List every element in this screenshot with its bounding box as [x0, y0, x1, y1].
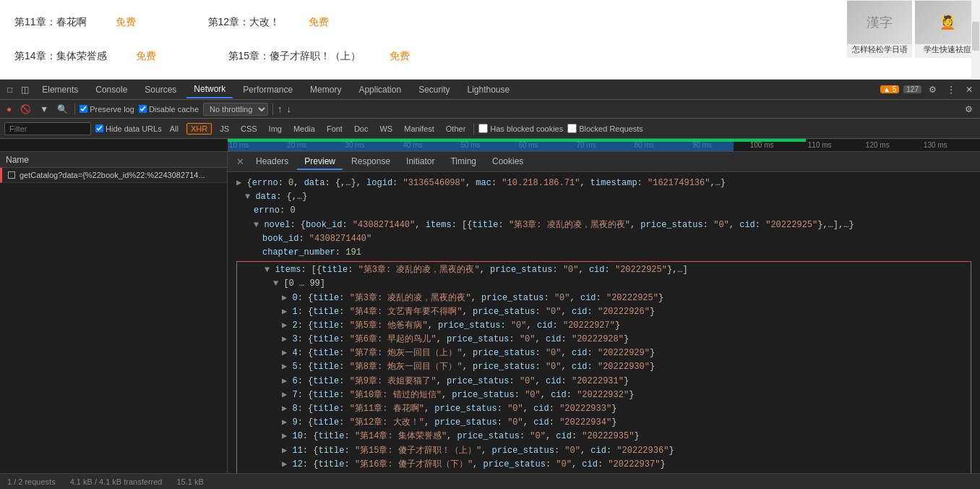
tab-sources[interactable]: Sources — [137, 82, 184, 98]
tab-security[interactable]: Security — [411, 82, 457, 98]
divider-2 — [272, 103, 273, 115]
arrow-6[interactable]: ▶ — [282, 376, 287, 386]
timeline-bar: 10 ms 20 ms 30 ms 40 ms 50 ms 60 ms 70 m… — [0, 139, 980, 152]
response-preview[interactable]: ▶ {errno: 0, data: {,…}, logid: "3136546… — [228, 172, 980, 473]
network-settings-icon[interactable]: ⚙ — [962, 103, 976, 116]
chapter-12-free: 免费 — [309, 16, 329, 29]
filter-input[interactable] — [4, 122, 91, 135]
arrow-8[interactable]: ▶ — [282, 404, 287, 414]
arrow-range[interactable]: ▼ — [273, 278, 278, 289]
arrow-items[interactable]: ▼ — [265, 265, 270, 275]
json-entry-8: ▶ 8: {title: "第11章: 春花啊", price_status: … — [238, 402, 969, 416]
blocked-requests-label[interactable]: Blocked Requests — [567, 124, 643, 133]
right-tab-preview[interactable]: Preview — [297, 154, 343, 170]
filter-icon-button[interactable]: ▼ — [38, 103, 51, 115]
mark-110ms: 110 ms — [807, 141, 864, 149]
arrow-12[interactable]: ▶ — [282, 459, 287, 469]
tab-lighthouse[interactable]: Lighthouse — [460, 82, 517, 98]
inspect-icon[interactable]: □ — [4, 83, 15, 96]
throttle-select[interactable]: No throttling — [203, 103, 268, 116]
preserve-log-text: Preserve log — [90, 105, 134, 114]
has-blocked-cookies-label[interactable]: Has blocked cookies — [478, 124, 563, 133]
filter-ws-btn[interactable]: WS — [376, 124, 396, 134]
filter-xhr-btn[interactable]: XHR — [186, 123, 212, 135]
arrow-4[interactable]: ▶ — [282, 348, 287, 358]
json-line-range: ▼ [0 … 99] — [238, 277, 969, 291]
arrow-0[interactable]: ▶ — [282, 293, 287, 303]
json-line-errno: errno: 0 — [236, 204, 971, 218]
more-icon[interactable]: ⋮ — [944, 83, 958, 96]
hide-data-urls-checkbox[interactable] — [95, 124, 103, 132]
filter-media-btn[interactable]: Media — [290, 124, 319, 134]
json-line-root: ▶ {errno: 0, data: {,…}, logid: "3136546… — [236, 177, 971, 190]
mark-100ms: 100 ms — [749, 141, 807, 149]
device-icon[interactable]: ◫ — [18, 83, 32, 96]
filter-manifest-btn[interactable]: Manifest — [400, 124, 438, 134]
disable-cache-checkbox[interactable] — [139, 105, 147, 113]
arrow-novel[interactable]: ▼ — [254, 220, 259, 230]
close-devtools-icon[interactable]: ✕ — [963, 83, 976, 96]
page-scrollbar[interactable] — [971, 0, 980, 80]
blocked-requests-text: Blocked Requests — [579, 124, 643, 133]
settings-icon[interactable]: ⚙ — [926, 83, 940, 96]
json-entry-1: ▶ 1: {title: "第4章: 文艺青年要不得啊", price_stat… — [238, 305, 969, 319]
tab-performance[interactable]: Performance — [236, 82, 300, 98]
json-line-book-id: book_id: "4308271440" — [236, 232, 971, 246]
chapter-11-title: 第11章：春花啊 — [14, 16, 87, 29]
right-panel: ✕ Headers Preview Response Initiator Tim… — [228, 152, 980, 473]
tab-elements[interactable]: Elements — [35, 82, 85, 98]
tab-network[interactable]: Network — [186, 81, 233, 98]
right-tab-initiator[interactable]: Initiator — [399, 154, 442, 170]
filter-font-btn[interactable]: Font — [323, 124, 346, 134]
json-entry-9: ▶ 9: {title: "第12章: 大改！", price_status: … — [238, 416, 969, 430]
disable-cache-label[interactable]: Disable cache — [139, 105, 199, 114]
tab-console[interactable]: Console — [88, 82, 134, 98]
side-image-2-label: 学生快速祛痘 — [924, 44, 971, 55]
filter-js-btn[interactable]: JS — [216, 124, 233, 134]
tab-application[interactable]: Application — [351, 82, 408, 98]
right-tab-timing[interactable]: Timing — [443, 154, 483, 170]
right-tab-cookies[interactable]: Cookies — [485, 154, 530, 170]
filter-img-btn[interactable]: Img — [265, 124, 285, 134]
arrow-7[interactable]: ▶ — [282, 390, 287, 400]
arrow-5[interactable]: ▶ — [282, 362, 287, 372]
request-item-0[interactable]: getCatalog?data={%22book_id%22:%22430827… — [0, 168, 227, 183]
preserve-log-checkbox[interactable] — [79, 105, 87, 113]
blocked-requests-checkbox[interactable] — [567, 124, 577, 133]
filter-doc-btn[interactable]: Doc — [351, 124, 372, 134]
right-tab-headers[interactable]: Headers — [249, 154, 296, 170]
tab-memory[interactable]: Memory — [303, 82, 348, 98]
has-blocked-cookies-checkbox[interactable] — [478, 124, 488, 133]
arrow-10[interactable]: ▶ — [282, 431, 287, 441]
record-button[interactable]: ● — [4, 103, 14, 115]
arrow-data[interactable]: ▼ — [245, 192, 250, 202]
devtools-right-controls: ▲ 5 127 ⚙ ⋮ ✕ — [880, 83, 976, 96]
preserve-log-label[interactable]: Preserve log — [79, 105, 134, 114]
filter-all-btn[interactable]: All — [166, 124, 182, 134]
right-tab-response[interactable]: Response — [344, 154, 397, 170]
chapter-14-title: 第14章：集体荣誉感 — [14, 50, 107, 63]
side-image-1-thumb: 漢字 — [847, 1, 912, 44]
arrow-2[interactable]: ▶ — [282, 320, 287, 331]
main-panels: Name getCatalog?data={%22book_id%22:%224… — [0, 152, 980, 473]
search-button[interactable]: 🔍 — [55, 103, 70, 115]
timeline-blue — [228, 142, 734, 152]
hide-data-urls-label[interactable]: Hide data URLs — [95, 124, 162, 133]
json-entry-3: ▶ 3: {title: "第6章: 早起的鸟儿", price_status:… — [238, 333, 969, 346]
json-line-novel: ▼ novel: {book_id: "4308271440", items: … — [236, 218, 971, 232]
chapter-15-title: 第15章：傻子才辞职！（上） — [228, 50, 361, 63]
filter-css-btn[interactable]: CSS — [237, 124, 261, 134]
arrow-9[interactable]: ▶ — [282, 417, 287, 428]
filter-divider — [473, 123, 474, 135]
panel-close-icon[interactable]: ✕ — [233, 156, 247, 167]
arrow-1[interactable]: ▶ — [282, 307, 287, 317]
json-entry-2: ▶ 2: {title: "第5章: 他爸有病", price_status: … — [238, 319, 969, 333]
arrow-root[interactable]: ▶ — [236, 178, 241, 188]
filter-other-btn[interactable]: Other — [442, 124, 470, 134]
arrow-11[interactable]: ▶ — [282, 446, 287, 456]
json-entry-13: ▶ 13: {title: "第17章: 这是一种境界", price_stat… — [238, 472, 969, 473]
arrow-3[interactable]: ▶ — [282, 334, 287, 344]
clear-button[interactable]: 🚫 — [18, 103, 33, 115]
warning-badge: ▲ 5 — [880, 85, 899, 93]
json-entry-6: ▶ 6: {title: "第9章: 表姐要猫了", price_status:… — [238, 375, 969, 388]
